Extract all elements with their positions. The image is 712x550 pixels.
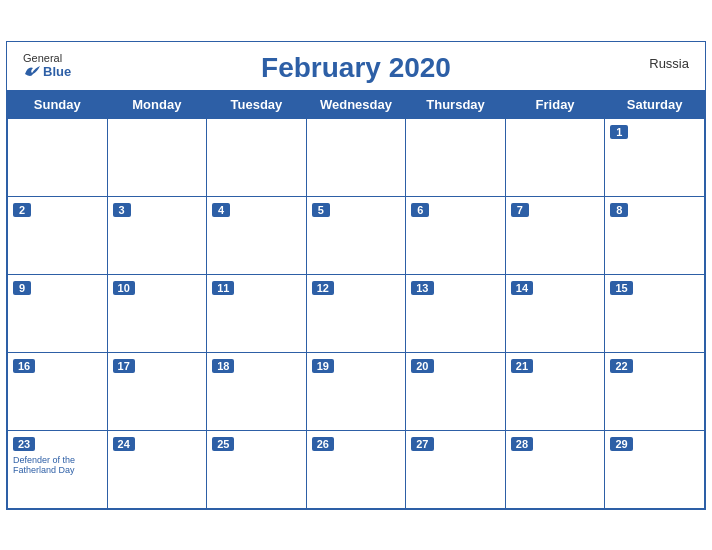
- day-number: 22: [610, 359, 632, 373]
- day-number: 24: [113, 437, 135, 451]
- weekday-header-saturday: Saturday: [605, 90, 705, 118]
- calendar-cell: 17: [107, 352, 207, 430]
- calendar-cell: 3: [107, 196, 207, 274]
- logo-bird-icon: [23, 64, 41, 78]
- holiday-label: Defender of the Fatherland Day: [13, 455, 102, 477]
- week-row-1: 2345678: [8, 196, 705, 274]
- day-number: 25: [212, 437, 234, 451]
- day-number: 12: [312, 281, 334, 295]
- calendar-cell: [207, 118, 307, 196]
- day-number: 26: [312, 437, 334, 451]
- weekday-header-wednesday: Wednesday: [306, 90, 406, 118]
- day-number: 29: [610, 437, 632, 451]
- calendar-cell: 27: [406, 430, 506, 508]
- week-row-4: 23Defender of the Fatherland Day24252627…: [8, 430, 705, 508]
- weekday-header-sunday: Sunday: [8, 90, 108, 118]
- day-number: 27: [411, 437, 433, 451]
- calendar-cell: 21: [505, 352, 605, 430]
- calendar-cell: 24: [107, 430, 207, 508]
- calendar-cell: 22: [605, 352, 705, 430]
- logo-area: General Blue: [23, 52, 71, 79]
- calendar-cell: 1: [605, 118, 705, 196]
- day-number: 14: [511, 281, 533, 295]
- day-number: 8: [610, 203, 628, 217]
- day-number: 7: [511, 203, 529, 217]
- calendar-cell: 20: [406, 352, 506, 430]
- week-row-3: 16171819202122: [8, 352, 705, 430]
- calendar-cell: 19: [306, 352, 406, 430]
- day-number: 9: [13, 281, 31, 295]
- calendar-cell: 7: [505, 196, 605, 274]
- weekday-header-monday: Monday: [107, 90, 207, 118]
- day-number: 4: [212, 203, 230, 217]
- calendar-cell: 13: [406, 274, 506, 352]
- calendar-cell: 18: [207, 352, 307, 430]
- calendar-cell: 15: [605, 274, 705, 352]
- day-number: 6: [411, 203, 429, 217]
- calendar-cell: 9: [8, 274, 108, 352]
- calendar-title: February 2020: [261, 52, 451, 84]
- calendar-container: General Blue February 2020 Russia Sunday…: [6, 41, 706, 510]
- logo-blue: Blue: [23, 64, 71, 79]
- weekday-header-row: SundayMondayTuesdayWednesdayThursdayFrid…: [8, 90, 705, 118]
- calendar-header: General Blue February 2020 Russia: [7, 42, 705, 90]
- weekday-header-tuesday: Tuesday: [207, 90, 307, 118]
- calendar-cell: 25: [207, 430, 307, 508]
- calendar-cell: 2: [8, 196, 108, 274]
- calendar-cell: 28: [505, 430, 605, 508]
- calendar-cell: 26: [306, 430, 406, 508]
- country-label: Russia: [649, 56, 689, 71]
- calendar-cell: 29: [605, 430, 705, 508]
- calendar-cell: 23Defender of the Fatherland Day: [8, 430, 108, 508]
- calendar-cell: [505, 118, 605, 196]
- day-number: 3: [113, 203, 131, 217]
- calendar-cell: 10: [107, 274, 207, 352]
- calendar-cell: 8: [605, 196, 705, 274]
- calendar-cell: [406, 118, 506, 196]
- day-number: 23: [13, 437, 35, 451]
- calendar-cell: [107, 118, 207, 196]
- week-row-0: 1: [8, 118, 705, 196]
- day-number: 16: [13, 359, 35, 373]
- calendar-cell: 6: [406, 196, 506, 274]
- day-number: 28: [511, 437, 533, 451]
- calendar-cell: [306, 118, 406, 196]
- weekday-header-thursday: Thursday: [406, 90, 506, 118]
- calendar-cell: 4: [207, 196, 307, 274]
- calendar-cell: 11: [207, 274, 307, 352]
- day-number: 11: [212, 281, 234, 295]
- week-row-2: 9101112131415: [8, 274, 705, 352]
- calendar-cell: [8, 118, 108, 196]
- day-number: 19: [312, 359, 334, 373]
- calendar-cell: 12: [306, 274, 406, 352]
- calendar-cell: 5: [306, 196, 406, 274]
- day-number: 17: [113, 359, 135, 373]
- day-number: 13: [411, 281, 433, 295]
- calendar-grid: SundayMondayTuesdayWednesdayThursdayFrid…: [7, 90, 705, 509]
- day-number: 20: [411, 359, 433, 373]
- day-number: 10: [113, 281, 135, 295]
- day-number: 5: [312, 203, 330, 217]
- calendar-cell: 14: [505, 274, 605, 352]
- calendar-cell: 16: [8, 352, 108, 430]
- day-number: 1: [610, 125, 628, 139]
- day-number: 21: [511, 359, 533, 373]
- day-number: 18: [212, 359, 234, 373]
- weekday-header-friday: Friday: [505, 90, 605, 118]
- logo-general: General: [23, 52, 62, 64]
- day-number: 15: [610, 281, 632, 295]
- day-number: 2: [13, 203, 31, 217]
